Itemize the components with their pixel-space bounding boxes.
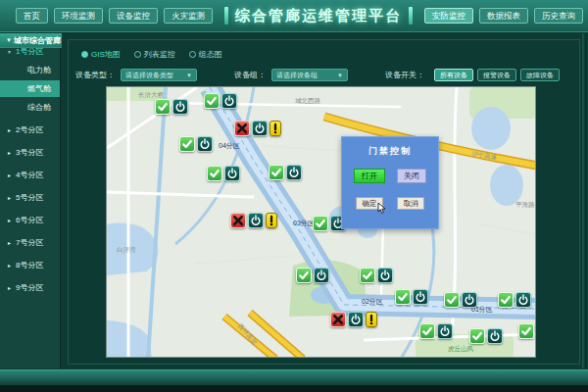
device-switch-label: 设备开关：	[385, 70, 424, 80]
sidebar-item[interactable]: ▸ 7号分区	[0, 234, 60, 251]
sidebar-item-label: 3号分区	[16, 147, 43, 158]
device-group-label: 设备组：	[234, 70, 266, 80]
sidebar-item-label: 燃气舱	[27, 83, 51, 94]
device-marker-ok[interactable]	[179, 136, 213, 152]
view-mode-label: GIS地图	[91, 49, 121, 60]
access-control-dialog: 门禁控制 打开 关闭 确定 取消	[341, 136, 439, 229]
open-door-button[interactable]: 打开	[354, 169, 385, 183]
device-marker-ok[interactable]	[444, 292, 477, 308]
nav-button[interactable]: 安防监控	[424, 8, 473, 24]
sidebar-item[interactable]: ▸ 2号分区	[0, 122, 60, 138]
device-marker-ok[interactable]	[360, 268, 393, 283]
device-marker-ok[interactable]	[518, 323, 536, 339]
sidebar-item[interactable]: ▸ 6号分区	[0, 212, 60, 228]
device-marker-alarm[interactable]	[330, 312, 377, 327]
device-marker-ok[interactable]	[204, 93, 237, 109]
power-icon[interactable]	[437, 323, 453, 339]
confirm-button[interactable]: 确定	[356, 197, 383, 210]
sidebar-item-label: 综合舱	[27, 102, 51, 113]
power-icon[interactable]	[515, 292, 531, 308]
power-icon[interactable]	[348, 312, 364, 327]
device-group-select[interactable]: 请选择设备组 ▼	[271, 69, 348, 81]
device-marker-ok[interactable]	[155, 99, 188, 115]
nav-button[interactable]: 环境监测	[54, 8, 103, 24]
tree-arrow-icon: ▸	[8, 194, 16, 201]
radio-dot-icon	[189, 51, 196, 58]
sidebar-item[interactable]: 电力舱	[0, 62, 60, 78]
chevron-down-icon: ▼	[186, 73, 192, 78]
status-ok-icon	[444, 292, 460, 308]
device-marker-alarm[interactable]	[230, 213, 277, 228]
power-icon[interactable]	[462, 292, 477, 308]
view-mode-radio[interactable]: GIS地图	[81, 49, 121, 60]
nav-button-label: 火灾监测	[172, 11, 205, 21]
device-marker-ok[interactable]	[498, 292, 531, 308]
power-icon[interactable]	[221, 93, 237, 109]
device-type-select[interactable]: 请选择设备类型 ▼	[121, 69, 197, 81]
sidebar-item[interactable]: 燃气舱	[0, 80, 60, 97]
sidebar-item[interactable]: 综合舱	[0, 99, 60, 116]
nav-button[interactable]: 首页	[16, 8, 48, 24]
device-type-value: 请选择设备类型	[125, 71, 173, 80]
sidebar-item-label: 电力舱	[27, 65, 51, 75]
power-icon[interactable]	[377, 268, 393, 283]
app-window: 首页环境监测设备监控火灾监测 综合管廊运维管理平台 安防监控数据报表历史查询用户…	[0, 0, 588, 392]
tree-arrow-icon: ▸	[8, 149, 16, 156]
confirm-label: 确定	[363, 199, 377, 208]
sidebar-item[interactable]: ▸ 3号分区	[0, 144, 60, 161]
nav-button[interactable]: 数据报表	[479, 8, 528, 24]
device-filter-button[interactable]: 故障设备	[520, 69, 560, 81]
status-ok-icon	[269, 165, 284, 180]
view-mode-radio[interactable]: 列表监控	[134, 49, 175, 60]
power-icon[interactable]	[172, 99, 188, 115]
device-marker-ok[interactable]	[269, 165, 302, 180]
power-icon[interactable]	[314, 268, 329, 283]
dialog-title: 门禁控制	[342, 145, 438, 158]
nav-button-label: 环境监测	[62, 11, 95, 21]
status-ok-icon	[469, 328, 485, 344]
status-ok-icon	[155, 99, 171, 115]
device-marker-ok[interactable]	[207, 166, 240, 181]
tree-arrow-icon: ▾	[8, 48, 16, 55]
close-door-button[interactable]: 关闭	[397, 169, 426, 183]
device-marker-ok[interactable]	[419, 323, 453, 339]
device-marker-alarm[interactable]	[234, 121, 281, 136]
header-bar: 首页环境监测设备监控火灾监测 综合管廊运维管理平台 安防监控数据报表历史查询用户…	[0, 0, 588, 32]
sidebar-item-label: 2号分区	[16, 124, 43, 135]
cancel-button[interactable]: 取消	[397, 197, 424, 210]
map-place-label: 白洋湾	[117, 246, 136, 255]
status-ok-icon	[360, 268, 375, 283]
nav-right: 安防监控数据报表历史查询用户管理	[424, 8, 588, 24]
device-filter-button[interactable]: 报警设备	[477, 69, 516, 81]
device-filter-button[interactable]: 所有设备	[434, 69, 473, 81]
map-place-label: 平海路	[515, 201, 535, 210]
power-icon[interactable]	[413, 289, 428, 305]
nav-button[interactable]: 历史查询	[534, 8, 583, 24]
sidebar-item[interactable]: ▸ 9号分区	[0, 279, 60, 296]
device-marker-ok[interactable]	[469, 328, 503, 344]
gis-map[interactable]: 长浒大桥城北西路白洋湾西环高架虎丘山风平海路沪宁高速 04分区03分区02分区0…	[106, 86, 536, 358]
nav-button-label: 安防监控	[432, 11, 466, 21]
title-decor-bar	[224, 7, 228, 24]
power-icon[interactable]	[487, 328, 503, 344]
sidebar-item[interactable]: ▸ 8号分区	[0, 257, 60, 273]
device-marker-ok[interactable]	[296, 268, 329, 283]
device-filter-label: 所有设备	[440, 72, 467, 78]
zone-label: 02分区	[362, 297, 383, 307]
view-mode-radio[interactable]: 组态图	[189, 49, 222, 60]
nav-button[interactable]: 火灾监测	[164, 8, 213, 24]
sidebar-item[interactable]: ▸ 5号分区	[0, 189, 60, 206]
map-place-label: 虎丘山风	[448, 345, 473, 354]
nav-button-label: 设备监控	[117, 11, 150, 21]
status-ok-icon	[207, 166, 222, 181]
power-icon[interactable]	[224, 166, 240, 181]
tree-arrow-icon: ▼	[6, 37, 14, 43]
sidebar-item[interactable]: ▸ 4号分区	[0, 167, 60, 183]
nav-button[interactable]: 设备监控	[109, 8, 158, 24]
zone-label: 04分区	[219, 141, 240, 151]
device-marker-ok[interactable]	[395, 289, 428, 305]
power-icon[interactable]	[248, 213, 264, 228]
power-icon[interactable]	[197, 136, 213, 152]
power-icon[interactable]	[286, 165, 302, 180]
power-icon[interactable]	[252, 121, 268, 136]
